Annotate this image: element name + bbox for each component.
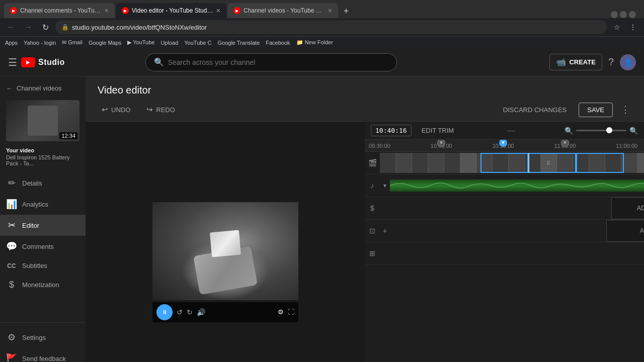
zoom-in-icon[interactable]: 🔍 xyxy=(629,127,638,135)
sidebar-item-subtitles[interactable]: CC Subtitles xyxy=(0,257,86,275)
app-topbar: ☰ Studio 🔍 📹 CREATE ? 👤 xyxy=(0,48,644,76)
avatar[interactable]: 👤 xyxy=(620,54,636,70)
edit-trim-button[interactable]: EDIT TRIM xyxy=(418,125,458,136)
main-content: Video editor ↩ UNDO ↪ REDO DISCARD CHANG… xyxy=(86,76,644,362)
bookmark-newfolder[interactable]: 📁 New Folder xyxy=(296,39,333,46)
video-thumbnail: 12:34 xyxy=(6,100,79,141)
fullscreen-icon[interactable]: ⛶ xyxy=(288,308,294,316)
bookmark-gmail[interactable]: ✉ Gmail xyxy=(62,39,83,46)
sidebar-item-editor[interactable]: ✂ Editor xyxy=(0,215,86,236)
tab-title-1: Channel comments - YouTube S... xyxy=(20,7,102,14)
tab-close-1[interactable]: × xyxy=(105,7,109,15)
forward-button[interactable]: → xyxy=(21,20,35,34)
header-actions: DISCARD CHANGES SAVE ⋮ xyxy=(497,102,632,117)
bookmark-ytchannel[interactable]: YouTube C xyxy=(184,40,211,46)
collapse-timeline-icon[interactable]: — xyxy=(507,126,515,135)
audio-track-icon: ♪ xyxy=(365,182,380,190)
delete-marker-2[interactable]: × xyxy=(561,140,569,147)
more-options-button[interactable]: ⋮ xyxy=(619,102,632,117)
sidebar-item-feedback[interactable]: 🚩 Send feedback xyxy=(0,348,86,362)
browser-tab-2[interactable]: ▶ Video editor - YouTube Studi... × xyxy=(116,3,226,18)
feedback-icon: 🚩 xyxy=(6,353,17,362)
tab-close-3[interactable]: × xyxy=(328,7,332,15)
new-tab-button[interactable]: + xyxy=(339,4,353,18)
delete-marker-1[interactable]: × xyxy=(437,140,445,147)
redo-button[interactable]: ↪ REDO xyxy=(142,103,179,116)
back-button[interactable]: ← xyxy=(4,20,18,34)
audio-track-dropdown[interactable]: ▾ xyxy=(380,182,390,189)
search-input-wrap[interactable]: 🔍 xyxy=(145,53,397,71)
bookmark-yahoo[interactable]: Yahoo - login xyxy=(24,40,56,46)
discard-changes-button[interactable]: DISCARD CHANGES xyxy=(497,103,573,117)
create-button[interactable]: 📹 CREATE xyxy=(549,54,602,70)
monetization-icon: $ xyxy=(6,280,17,290)
browser-tabs: ▶ Channel comments - YouTube S... × ▶ Vi… xyxy=(0,0,644,18)
undo-button[interactable]: ↩ UNDO xyxy=(98,103,134,116)
video-controls: ⏸ ↺ ↻ 🔊 ⚙ ⛶ xyxy=(152,302,298,322)
sidebar-footer: ⚙ Settings 🚩 Send feedback 🎬 Creator Stu… xyxy=(0,322,86,362)
sidebar-item-settings[interactable]: ⚙ Settings xyxy=(0,327,86,348)
blur-label: ADD BLUR xyxy=(640,227,644,234)
comments-label: Comments xyxy=(22,243,54,250)
hamburger-icon[interactable]: ☰ xyxy=(8,56,17,68)
sidebar-item-monetization[interactable]: $ Monetization xyxy=(0,275,86,295)
address-bar[interactable]: 🔒 studio.youtube.com/video/btfQNStoNXw/e… xyxy=(55,20,607,34)
volume-icon[interactable]: 🔊 xyxy=(197,308,205,316)
tab-close-2[interactable]: × xyxy=(216,7,220,15)
bookmark-apps[interactable]: Apps xyxy=(5,40,18,46)
playhead-marker[interactable]: ▼ xyxy=(499,140,507,147)
zoom-out-icon[interactable]: 🔍 xyxy=(565,127,573,135)
bookmark-youtube[interactable]: ▶ YouTube xyxy=(127,39,154,46)
maximize-button[interactable] xyxy=(620,11,627,18)
replay-icon[interactable]: ↺ xyxy=(177,308,183,316)
blur-section[interactable]: ADD BLUR ↗ xyxy=(606,220,644,242)
bookmark-facebook[interactable]: Facebook xyxy=(266,40,290,46)
browser-menu-button[interactable]: ⋮ xyxy=(626,20,640,34)
video-track-content[interactable]: E xyxy=(380,152,644,174)
browser-toolbar-actions: ☆ ⋮ xyxy=(610,20,640,34)
bookmark-googlemaps[interactable]: Google Maps xyxy=(89,40,121,46)
save-button[interactable]: SAVE xyxy=(579,103,613,117)
audio-track-content[interactable] xyxy=(390,174,644,197)
tab-favicon-3: ▶ xyxy=(233,7,240,14)
bookmark-upload[interactable]: Upload xyxy=(160,40,178,46)
search-input[interactable] xyxy=(168,58,388,66)
pause-button[interactable]: ⏸ xyxy=(156,304,173,320)
back-arrow-icon: ← xyxy=(6,84,13,92)
chapters-track-row: ⊞ xyxy=(365,242,644,265)
browser-tab-3[interactable]: ▶ Channel videos - YouTube Studi... × xyxy=(227,3,338,18)
minimize-button[interactable] xyxy=(611,11,618,18)
sidebar-item-analytics[interactable]: 📊 Analytics xyxy=(0,194,86,215)
zoom-slider[interactable] xyxy=(576,130,626,131)
video-duration: 12:34 xyxy=(59,132,77,139)
zoom-thumb xyxy=(606,127,612,133)
forward-icon[interactable]: ↻ xyxy=(187,308,193,316)
timeline-area: 10:40:16 EDIT TRIM — 🔍 🔍 09:3 xyxy=(365,122,644,362)
chapters-icon: ⊞ xyxy=(365,249,380,257)
feedback-label: Send feedback xyxy=(22,355,66,363)
blur-track-row: ⊡ + ADD BLUR ↗ xyxy=(365,220,644,242)
chapters-track-content[interactable] xyxy=(380,242,644,264)
sidebar-item-details[interactable]: ✏ Details xyxy=(0,172,86,194)
add-clip-button[interactable]: + xyxy=(380,227,390,235)
browser-tab-1[interactable]: ▶ Channel comments - YouTube S... × xyxy=(4,3,115,18)
reload-button[interactable]: ↻ xyxy=(38,20,52,34)
bookmark-star-button[interactable]: ☆ xyxy=(610,20,624,34)
bookmark-translate[interactable]: Google Translate xyxy=(218,40,260,46)
ad-break-section[interactable]: ADD AN AD BREAK xyxy=(611,197,644,219)
help-icon[interactable]: ? xyxy=(608,56,614,68)
tab-favicon-1: ▶ xyxy=(10,7,17,14)
close-button[interactable] xyxy=(629,11,636,18)
video-settings-icon[interactable]: ⚙ xyxy=(278,308,284,316)
sidebar-back-link[interactable]: ← Channel videos xyxy=(0,80,86,96)
address-text: studio.youtube.com/video/btfQNStoNXw/edi… xyxy=(72,24,207,31)
redo-label: REDO xyxy=(156,106,175,114)
your-video-label: Your video xyxy=(0,145,86,154)
page-title: Video editor xyxy=(98,84,632,96)
sidebar-item-comments[interactable]: 💬 Comments xyxy=(0,236,86,257)
yt-studio-logo[interactable]: Studio xyxy=(21,57,65,67)
analytics-icon: 📊 xyxy=(6,199,17,210)
app-body: ← Channel videos 12:34 Your video Dell I… xyxy=(0,76,644,362)
video-preview-panel: ⏸ ↺ ↻ 🔊 ⚙ ⛶ xyxy=(86,122,365,362)
blur-track-content: ADD BLUR ↗ xyxy=(390,220,644,242)
